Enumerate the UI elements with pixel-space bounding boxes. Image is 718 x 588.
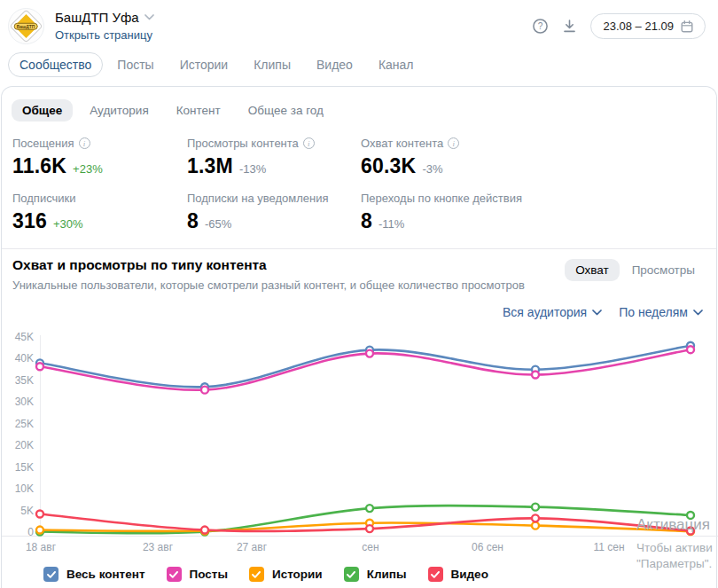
stat-delta: +23% [73,162,103,176]
svg-text:?: ? [538,21,543,31]
stats-card: Общее Аудитория Контент Общее за год Пос… [1,86,717,588]
checkbox-checked-icon [428,567,443,582]
checkbox-checked-icon [43,567,59,582]
stat-value: 8 [361,209,372,233]
svg-text:15K: 15K [15,461,34,474]
stat-delta: +30% [53,217,83,231]
stat-delta: -11% [379,217,404,231]
tab-community[interactable]: Сообщество [8,52,103,77]
filter-period[interactable]: По неделям [619,305,703,319]
vk-stats-page: БашДТП БашДТП Уфа Открыть страницу ? [0,0,718,588]
chart-legend: Весь контент Посты Истории Клипы Видео [2,559,716,582]
calendar-icon [681,20,693,33]
avatar-sign-label: БашДТП [14,23,38,30]
svg-text:0: 0 [27,526,34,538]
chevron-down-icon [144,14,154,20]
info-icon[interactable] [448,137,459,149]
mode-toggle: Охват Просмотры [565,259,706,281]
line-chart: 05K10K15K20K25K30K35K40K45K18 авг23 авг2… [2,323,716,559]
stat-value: 316 [12,209,47,233]
topbar: БашДТП БашДТП Уфа Открыть страницу ? [0,0,718,44]
tab-clips[interactable]: Клипы [242,52,302,77]
stat-value: 60.3K [361,154,416,178]
svg-text:5K: 5K [20,505,34,517]
help-button[interactable]: ? [532,18,549,35]
svg-text:23 авг: 23 авг [143,541,174,553]
community-header: БашДТП БашДТП Уфа Открыть страницу [8,6,154,44]
top-actions: ? 23.08 – 21.09 [532,13,706,39]
stat-label: Охват контента [361,137,443,150]
svg-text:20K: 20K [15,439,34,451]
svg-text:18 авг: 18 авг [26,541,57,553]
chart-filters: Вся аудитория По неделям [2,292,716,319]
date-range-button[interactable]: 23.08 – 21.09 [590,13,706,39]
filter-period-label: По неделям [619,305,688,319]
legend-label: Клипы [367,568,407,581]
filter-audience[interactable]: Вся аудитория [503,305,602,319]
stat-content-views: Просмотры контента 1.3M-13% [187,137,361,178]
question-icon: ? [532,18,549,35]
tab-posts[interactable]: Посты [105,52,165,77]
stat-notification-subs: Подписки на уведомления 8-65% [187,192,361,233]
main-tabs: Сообщество Посты Истории Клипы Видео Кан… [0,44,718,86]
info-icon[interactable] [79,137,90,149]
toggle-option-views[interactable]: Просмотры [621,259,706,281]
legend-item-all-content[interactable]: Весь контент [43,567,145,582]
tab-stories[interactable]: Истории [168,52,240,77]
svg-text:45K: 45K [15,331,34,343]
stat-value: 1.3M [187,154,233,178]
chart-canvas: 05K10K15K20K25K30K35K40K45K18 авг23 авг2… [2,323,718,559]
stat-label: Подписчики [12,192,76,205]
checkbox-checked-icon [249,567,264,582]
section-title: Охват и просмотры по типу контента [12,257,525,273]
subtab-general[interactable]: Общее [12,99,73,122]
priority-road-sign-icon: БашДТП [11,11,42,42]
stat-value: 11.6K [12,154,66,178]
legend-item-clips[interactable]: Клипы [344,567,407,582]
date-range-label: 23.08 – 21.09 [603,20,674,33]
stats-grid: Посещения 11.6K+23% Просмотры контента 1… [2,127,716,247]
tab-video[interactable]: Видео [305,52,364,77]
community-name-block: БашДТП Уфа Открыть страницу [55,6,154,44]
legend-label: Весь контент [66,568,145,581]
filter-audience-label: Вся аудитория [503,305,587,319]
community-avatar: БашДТП [8,8,44,44]
legend-item-posts[interactable]: Посты [167,567,228,582]
legend-item-stories[interactable]: Истории [249,567,323,582]
stat-label: Посещения [12,137,74,150]
checkbox-checked-icon [344,567,359,582]
svg-text:35K: 35K [15,374,34,387]
stat-value: 8 [187,209,199,233]
svg-text:10K: 10K [15,482,34,495]
stat-delta: -13% [239,162,266,176]
svg-text:11 сен: 11 сен [593,541,624,553]
checkbox-checked-icon [167,567,182,582]
tab-channel[interactable]: Канал [367,52,425,77]
svg-text:06 сен: 06 сен [472,541,503,553]
legend-label: Посты [190,568,228,581]
stat-label: Переходы по кнопке действия [361,192,522,205]
subtab-audience[interactable]: Аудитория [79,99,159,122]
svg-text:сен: сен [362,541,379,553]
chevron-down-icon [592,310,602,316]
stat-subscribers: Подписчики 316+30% [12,192,187,233]
chart-header: Охват и просмотры по типу контента Уника… [2,249,716,292]
section-subtitle: Уникальные пользователи, которые смотрел… [12,278,525,292]
subtab-content[interactable]: Контент [166,99,231,122]
sub-tabs: Общее Аудитория Контент Общее за год [2,87,716,127]
chevron-down-icon [693,310,703,316]
svg-text:25K: 25K [15,418,34,430]
download-button[interactable] [562,19,577,34]
svg-text:30K: 30K [15,396,34,408]
subtab-year[interactable]: Общее за год [238,99,334,122]
stat-label: Подписки на уведомления [187,192,329,205]
community-name: БашДТП Уфа [55,10,139,25]
legend-label: Истории [272,568,323,581]
legend-item-video[interactable]: Видео [428,567,488,582]
community-name-dropdown[interactable]: БашДТП Уфа [55,10,154,25]
info-icon[interactable] [303,137,315,149]
open-page-link[interactable]: Открыть страницу [55,28,154,42]
chart-header-text: Охват и просмотры по типу контента Уника… [12,257,525,292]
stat-content-reach: Охват контента 60.3K-3% [361,137,706,178]
toggle-option-reach[interactable]: Охват [565,259,620,281]
